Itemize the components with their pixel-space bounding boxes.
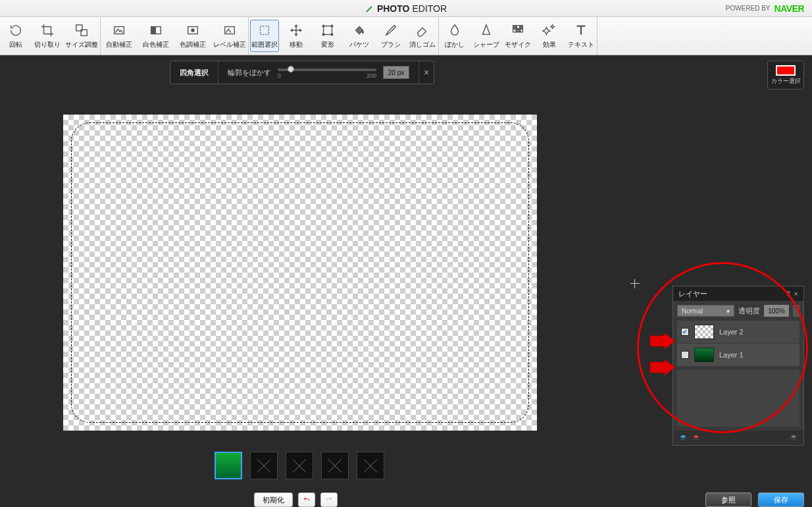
- redo-icon: [324, 496, 334, 504]
- text-label: テキスト: [568, 40, 594, 49]
- transform-tool[interactable]: 変形: [312, 17, 343, 55]
- app-header: PHOTOEDITOR POWERED BY NAVER: [0, 0, 812, 17]
- undo-button[interactable]: [298, 493, 315, 507]
- resize-tool[interactable]: サイズ調整: [63, 17, 100, 55]
- select-range-label: 範囲選択: [251, 40, 278, 49]
- opacity-dropdown[interactable]: [793, 305, 799, 317]
- layer-item[interactable]: Layer 1: [677, 343, 799, 366]
- sharpen-tool[interactable]: シャープ: [470, 17, 502, 55]
- thumbnail-5[interactable]: [357, 452, 384, 479]
- color-select-label: カラー選択: [771, 77, 801, 86]
- text-tool[interactable]: テキスト: [565, 17, 597, 55]
- workspace: 四角選択 輪郭をぼかす 0200 20 px × カラー選択 初期化: [0, 55, 812, 507]
- svg-rect-17: [513, 29, 517, 32]
- resize-icon: [74, 23, 89, 38]
- help-icon[interactable]: ?: [786, 290, 790, 298]
- blur-label: ぼかし: [445, 40, 465, 49]
- layers-panel[interactable]: レイヤー ?× Normal▾ 透明度 100% ✔ Layer 2 Layer…: [672, 286, 804, 446]
- white-balance-tool[interactable]: 白色補正: [138, 17, 174, 55]
- save-button[interactable]: 保存: [758, 493, 804, 507]
- browse-button[interactable]: 参照: [705, 493, 751, 507]
- app-logo: PHOTOEDITOR: [365, 3, 447, 14]
- rotate-tool[interactable]: 回転: [0, 17, 32, 55]
- reset-button[interactable]: 初期化: [254, 493, 293, 507]
- svg-point-11: [331, 25, 333, 27]
- cursor-crosshair: [630, 279, 640, 288]
- add-layer-button[interactable]: [678, 434, 688, 442]
- close-options-button[interactable]: ×: [419, 67, 434, 78]
- white-balance-label: 白色補正: [143, 40, 169, 49]
- layer-name[interactable]: Layer 1: [719, 351, 744, 359]
- sharpen-label: シャープ: [473, 40, 499, 49]
- layer-item[interactable]: ✔ Layer 2: [677, 321, 799, 343]
- svg-point-12: [322, 34, 324, 36]
- layers-panel-header[interactable]: レイヤー ?×: [673, 286, 803, 301]
- opacity-label: 透明度: [738, 306, 760, 316]
- svg-point-10: [322, 25, 324, 27]
- canvas[interactable]: [63, 115, 537, 431]
- close-icon[interactable]: ×: [794, 290, 798, 298]
- marquee-icon: [257, 23, 272, 38]
- brush-tool[interactable]: ブラシ: [375, 17, 407, 55]
- eraser-label: 消しゴム: [409, 40, 436, 49]
- color-correct-tool[interactable]: 色調補正: [174, 17, 211, 55]
- effect-tool[interactable]: 効果: [534, 17, 565, 55]
- app-name-bold: PHOTO: [377, 3, 410, 14]
- color-select-panel[interactable]: カラー選択: [767, 61, 804, 90]
- move-tool[interactable]: 移動: [280, 17, 312, 55]
- feather-value-input[interactable]: 20 px: [383, 66, 409, 79]
- redo-button[interactable]: [320, 493, 338, 507]
- svg-point-6: [191, 28, 195, 32]
- thumbnail-2[interactable]: [250, 452, 278, 479]
- move-label: 移動: [290, 40, 303, 49]
- brush-icon: [384, 23, 398, 38]
- blend-mode-value: Normal: [682, 307, 703, 315]
- feather-label: 輪郭をぼかす: [228, 68, 271, 78]
- svg-rect-8: [261, 26, 269, 34]
- selection-marquee[interactable]: [71, 122, 529, 423]
- level-correct-icon: [222, 23, 237, 38]
- current-color-swatch[interactable]: [776, 65, 796, 76]
- layer-visibility-checkbox[interactable]: ✔: [681, 328, 689, 336]
- level-correct-label: レベル補正: [213, 40, 246, 49]
- blur-tool[interactable]: ぼかし: [439, 17, 470, 55]
- auto-correct-tool[interactable]: 自動補正: [101, 17, 138, 55]
- layers-empty-area: [677, 370, 799, 427]
- selection-mode-label[interactable]: 四角選択: [180, 68, 209, 78]
- layers-panel-title: レイヤー: [678, 289, 707, 299]
- layer-thumbnail[interactable]: [694, 348, 714, 362]
- crop-tool[interactable]: 切り取り: [32, 17, 63, 55]
- powered-by: POWERED BY NAVER: [726, 3, 804, 14]
- select-range-tool[interactable]: 範囲選択: [250, 20, 279, 52]
- bottom-right-buttons: 参照 保存: [705, 493, 804, 507]
- bucket-tool[interactable]: バケツ: [343, 17, 375, 55]
- level-correct-tool[interactable]: レベル補正: [211, 17, 248, 55]
- bucket-label: バケツ: [349, 40, 369, 49]
- transform-label: 変形: [321, 40, 334, 49]
- delete-layer-button[interactable]: [692, 434, 701, 442]
- layer-thumbnail[interactable]: [694, 325, 714, 339]
- thumbnail-1[interactable]: [215, 452, 242, 479]
- layers-panel-controls: Normal▾ 透明度 100%: [673, 301, 803, 321]
- feather-slider[interactable]: 0200: [278, 66, 376, 79]
- opacity-input[interactable]: 100%: [764, 305, 789, 317]
- eraser-tool[interactable]: 消しゴム: [407, 17, 438, 55]
- transform-icon: [320, 23, 335, 38]
- layer-options-button[interactable]: [789, 434, 798, 442]
- history-thumbnails: [215, 452, 384, 479]
- thumbnail-4[interactable]: [321, 452, 349, 479]
- mosaic-label: モザイク: [505, 40, 531, 49]
- blend-mode-combo[interactable]: Normal▾: [677, 305, 734, 317]
- thumbnail-3[interactable]: [286, 452, 313, 479]
- chevron-down-icon: ▾: [726, 307, 730, 315]
- auto-correct-label: 自動補正: [106, 40, 132, 49]
- mosaic-tool[interactable]: モザイク: [502, 17, 534, 55]
- sharpen-icon: [479, 23, 494, 38]
- powered-by-brand[interactable]: NAVER: [774, 3, 804, 14]
- svg-rect-9: [324, 26, 332, 34]
- pencil-icon: [365, 4, 374, 13]
- layer-visibility-checkbox[interactable]: [681, 351, 689, 359]
- bottom-left-buttons: 初期化: [254, 493, 338, 507]
- canvas-checker: [63, 115, 537, 431]
- layer-name[interactable]: Layer 2: [719, 328, 744, 336]
